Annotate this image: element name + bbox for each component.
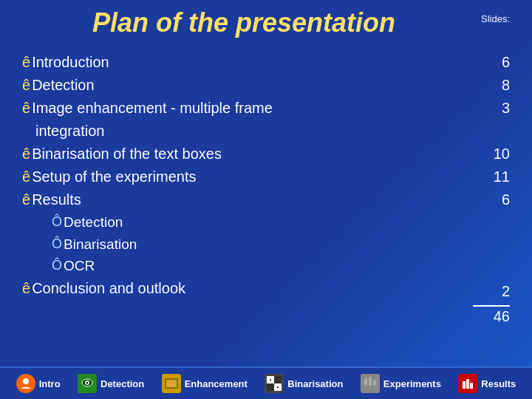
results-icon xyxy=(458,374,477,393)
text-image-enhancement: Image enhancement - multiple frame xyxy=(32,98,273,119)
item-integration: integration xyxy=(22,120,473,142)
nav-detection-label: Detection xyxy=(100,378,144,389)
enhancement-svg xyxy=(163,375,180,392)
num-binarisation: 10 xyxy=(480,143,510,165)
text-sub-detection: Detection xyxy=(64,212,123,233)
experiments-icon xyxy=(361,374,380,393)
svg-rect-11 xyxy=(277,386,279,388)
nav-intro-label: Intro xyxy=(39,378,61,389)
svg-rect-18 xyxy=(466,379,469,389)
svg-rect-14 xyxy=(373,380,376,386)
intro-icon xyxy=(16,374,35,393)
arrow-sub-binarisation: Ô xyxy=(52,234,62,253)
title-row: Plan of the presentation Slides: xyxy=(22,7,510,38)
item-setup: ê Setup of the experiments xyxy=(22,166,473,188)
text-detection: Detection xyxy=(32,75,95,96)
item-binarisation: ê Binarisation of the text boxes xyxy=(22,143,473,165)
total-divider xyxy=(473,305,510,307)
num-results: 6 xyxy=(480,189,510,211)
text-results: Results xyxy=(32,189,81,211)
text-intro: Introduction xyxy=(32,52,109,73)
svg-rect-12 xyxy=(364,378,367,386)
main-content: Plan of the presentation Slides: ê Intro… xyxy=(0,0,532,366)
svg-rect-17 xyxy=(463,381,466,389)
text-sub-binarisation: Binarisation xyxy=(64,234,137,255)
experiments-svg xyxy=(362,375,378,392)
total-section: 46 xyxy=(473,305,510,325)
arrow-detection: ê xyxy=(22,75,30,96)
arrow-results: ê xyxy=(22,189,30,211)
nav-results-label: Results xyxy=(481,378,516,389)
nav-results[interactable]: Results xyxy=(454,372,520,395)
detection-svg xyxy=(79,375,95,392)
nav-intro[interactable]: Intro xyxy=(12,372,65,395)
total-value: 46 xyxy=(494,308,510,325)
item-sub-detection: Ô Detection xyxy=(22,212,473,233)
results-svg xyxy=(460,375,476,392)
item-image-enhancement: ê Image enhancement - multiple frame xyxy=(22,98,473,119)
arrow-setup: ê xyxy=(22,166,30,188)
num-detection: 8 xyxy=(480,75,510,96)
svg-point-0 xyxy=(23,378,29,384)
nav-experiments[interactable]: Experiments xyxy=(356,372,446,395)
enhancement-icon xyxy=(162,374,181,393)
num-image-enhancement: 3 xyxy=(480,98,510,119)
item-sub-binarisation: Ô Binarisation xyxy=(22,234,473,255)
item-results: ê Results xyxy=(22,189,473,211)
arrow-conclusion: ê xyxy=(22,278,30,299)
item-intro: ê Introduction xyxy=(22,52,473,73)
arrow-image-enhancement: ê xyxy=(22,98,30,119)
num-intro: 6 xyxy=(480,52,510,73)
nav-enhancement-label: Enhancement xyxy=(185,378,248,389)
numbers-column: 6 8 3 - 10 11 6 - - - 2 46 xyxy=(473,52,510,366)
slides-label: Slides: xyxy=(466,7,510,24)
svg-rect-15 xyxy=(364,389,377,390)
arrow-sub-ocr: Ô xyxy=(52,256,62,275)
binarisation-svg xyxy=(266,375,282,392)
svg-rect-10 xyxy=(270,379,271,381)
svg-rect-19 xyxy=(470,383,473,389)
nav-experiments-label: Experiments xyxy=(383,378,441,389)
item-detection: ê Detection xyxy=(22,75,473,96)
nav-detection[interactable]: Detection xyxy=(73,372,149,395)
item-conclusion: ê Conclusion and outlook xyxy=(22,278,473,299)
num-setup: 11 xyxy=(480,166,510,188)
detection-icon xyxy=(78,374,97,393)
arrow-intro: ê xyxy=(22,52,30,73)
slide-title: Plan of the presentation xyxy=(92,7,395,38)
text-sub-ocr: OCR xyxy=(64,256,95,276)
svg-rect-6 xyxy=(166,380,171,387)
nav-bar: Intro Detection Enhancement xyxy=(0,366,532,399)
content-area: ê Introduction ê Detection ê Image enhan… xyxy=(22,52,510,366)
arrow-sub-detection: Ô xyxy=(52,212,62,231)
nav-binarisation[interactable]: Binarisation xyxy=(260,372,347,395)
items-column: ê Introduction ê Detection ê Image enhan… xyxy=(22,52,473,366)
nav-binarisation-label: Binarisation xyxy=(287,378,343,389)
text-integration: integration xyxy=(35,120,104,142)
text-conclusion: Conclusion and outlook xyxy=(32,278,185,299)
svg-point-3 xyxy=(86,382,89,384)
text-setup: Setup of the experiments xyxy=(32,166,196,188)
intro-svg xyxy=(19,377,33,390)
slide: Plan of the presentation Slides: ê Intro… xyxy=(0,0,532,399)
text-binarisation: Binarisation of the text boxes xyxy=(32,143,222,165)
arrow-binarisation: ê xyxy=(22,143,30,165)
svg-rect-13 xyxy=(369,377,372,386)
item-sub-ocr: Ô OCR xyxy=(22,256,473,276)
binarisation-icon xyxy=(265,374,284,393)
num-conclusion: 2 xyxy=(480,281,510,302)
nav-enhancement[interactable]: Enhancement xyxy=(157,372,252,395)
